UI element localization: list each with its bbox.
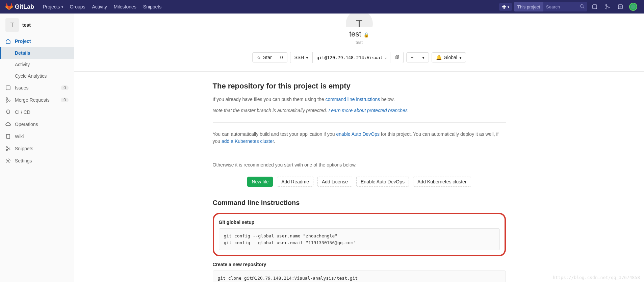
lock-icon: 🔒 [363,32,369,37]
project-avatar: T [5,18,19,32]
svg-rect-7 [6,86,10,90]
sidebar-label: Operations [15,122,38,127]
empty-title: The repository for this project is empty [213,82,506,91]
user-menu[interactable] [628,1,639,12]
sidebar-item-operations[interactable]: Operations [0,118,74,130]
svg-point-13 [7,160,9,161]
svg-point-0 [580,4,583,7]
svg-rect-2 [593,5,597,9]
git-global-title: Git global setup [219,220,500,225]
issues-icon [592,4,597,9]
cli-title: Command line instructions [213,199,506,207]
empty-push-text: If you already have files you can push t… [213,96,506,103]
gear-icon [5,158,11,163]
new-file-button[interactable]: New file [247,177,273,187]
main-content: T test 🔒 test ☆ Star 0 SSH ▾ + ▾ 🔔 Globa… [74,14,644,282]
sidebar-item-merge[interactable]: Merge Requests 0 [0,94,74,106]
svg-point-8 [6,98,7,99]
nav-activity[interactable]: Activity [89,0,110,14]
merge-icon [605,4,610,9]
empty-protected-note: Note that the master branch is automatic… [213,107,506,114]
divider [213,153,506,153]
brand-text: GitLab [15,3,34,10]
star-count[interactable]: 0 [276,52,287,62]
book-icon [5,134,11,139]
sidebar: T test Project Details Activity Cycle An… [0,14,74,282]
gitlab-icon [5,3,13,10]
sidebar-label: Issues [15,85,28,91]
scissors-icon [5,146,11,151]
sidebar-label: Merge Requests [15,97,50,103]
sidebar-item-issues[interactable]: Issues 0 [0,82,74,94]
sidebar-label: Wiki [15,134,24,139]
search-button[interactable] [577,4,587,10]
nav-groups[interactable]: Groups [67,0,89,14]
search-scope[interactable]: This project [514,2,543,11]
add-k8s-link[interactable]: add a Kubernetes cluster [222,138,274,144]
add-k8s-button[interactable]: Add Kubernetes cluster [413,177,471,187]
project-name: test [22,22,31,28]
home-icon [5,39,11,44]
copy-icon [394,55,399,60]
sidebar-label: Settings [15,158,32,163]
new-dropdown[interactable]: ✚▾ [499,3,512,11]
add-license-button[interactable]: Add License [317,177,352,187]
svg-point-12 [6,147,7,148]
add-readme-button[interactable]: Add Readme [277,177,313,187]
git-global-code[interactable]: git config --global user.name "zhoucheng… [219,228,500,250]
plus-dropdown-caret[interactable]: ▾ [418,52,429,62]
merge-icon [5,97,11,103]
clone-url-input[interactable] [313,52,390,63]
issues-count-badge: 0 [61,85,69,90]
todos-shortcut[interactable] [615,1,626,12]
divider [213,122,506,123]
nav-snippets[interactable]: Snippets [140,0,165,14]
clone-protocol-dropdown[interactable]: SSH ▾ [290,52,313,63]
search-input[interactable] [543,2,577,11]
sidebar-sub-details[interactable]: Details [0,47,74,59]
create-repo-title: Create a new repository [213,262,506,267]
project-title: test 🔒 [74,30,644,39]
sidebar-item-project[interactable]: Project [0,35,74,47]
empty-otherwise: Otherwise it is recommended you start wi… [213,161,506,169]
sidebar-sub-cycle[interactable]: Cycle Analytics [0,70,74,82]
sidebar-item-wiki[interactable]: Wiki [0,130,74,143]
project-hero: T test 🔒 test ☆ Star 0 SSH ▾ + ▾ 🔔 Globa… [74,14,644,72]
copy-url-button[interactable] [390,52,404,63]
create-repo-code[interactable]: git clone git@120.79.148.214:Visual-anal… [213,271,506,282]
svg-point-4 [606,8,607,9]
sidebar-label: CI / CD [15,109,30,115]
sidebar-label: Project [15,39,31,44]
empty-devops-text: You can automatically build and test you… [213,131,506,145]
nav-milestones[interactable]: Milestones [110,0,140,14]
sidebar-sub-activity[interactable]: Activity [0,59,74,70]
search-wrap: This project [514,2,587,11]
rocket-icon [5,109,11,115]
sidebar-label: Snippets [15,146,33,151]
sidebar-item-snippets[interactable]: Snippets [0,143,74,155]
enable-devops-button[interactable]: Enable Auto DevOps [356,177,409,187]
project-subtitle: test [74,40,644,45]
todos-icon [618,4,623,9]
merge-shortcut[interactable] [602,1,613,12]
issues-icon [5,85,11,91]
svg-point-3 [606,4,607,6]
protected-branches-link[interactable]: Learn more about protected branches [329,108,408,113]
svg-line-1 [583,7,584,8]
chevron-down-icon: ▾ [61,5,63,9]
git-global-highlight: Git global setup git config --global use… [213,213,506,256]
plus-icon: ✚ [502,4,506,10]
cli-link[interactable]: command line instructions [325,97,380,102]
plus-dropdown[interactable]: + [406,52,418,62]
nav-projects[interactable]: Projects▾ [40,0,67,14]
enable-devops-link[interactable]: enable Auto DevOps [336,131,380,137]
gitlab-logo[interactable]: GitLab [5,3,34,10]
watermark: https://blog.csdn.net/qq_37674858 [553,275,640,280]
notification-dropdown[interactable]: 🔔 Global ▾ [432,52,466,62]
sidebar-item-cicd[interactable]: CI / CD [0,106,74,118]
star-button[interactable]: ☆ Star [252,52,276,62]
sidebar-item-settings[interactable]: Settings [0,155,74,167]
cloud-icon [5,122,11,127]
issues-shortcut[interactable] [589,1,600,12]
sidebar-project-header[interactable]: T test [0,15,74,35]
